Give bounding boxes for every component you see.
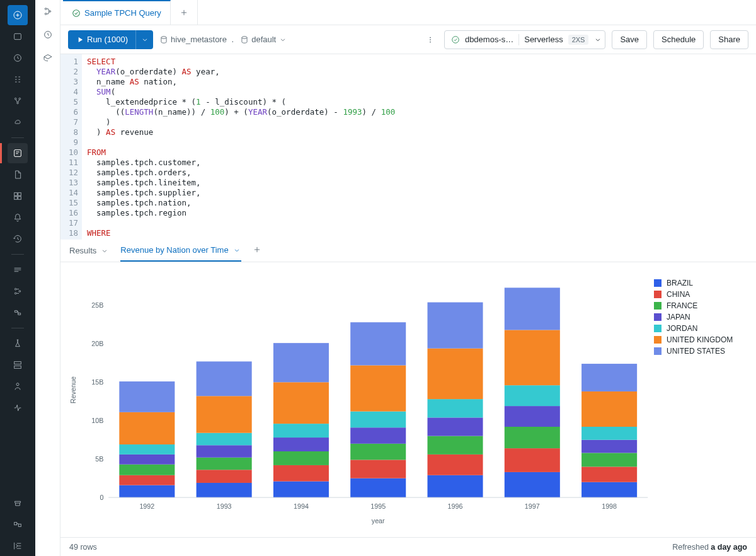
delta-icon[interactable] [8, 281, 28, 301]
legend-item[interactable]: JAPAN [654, 311, 748, 323]
svg-rect-70 [427, 455, 483, 475]
legend-label: JORDAN [667, 324, 697, 333]
svg-rect-79 [505, 427, 560, 448]
svg-text:1993: 1993 [217, 502, 232, 510]
svg-point-28 [430, 41, 431, 42]
legend-swatch [654, 302, 662, 310]
editor-tabs: Sample TPCH Query [60, 0, 756, 25]
svg-rect-46 [197, 470, 252, 483]
svg-rect-61 [350, 478, 406, 497]
svg-rect-83 [505, 287, 560, 330]
past-runs-icon[interactable] [43, 30, 53, 42]
run-dropdown[interactable] [135, 30, 153, 49]
legend-label: JAPAN [667, 313, 690, 321]
tab-results[interactable]: Results [69, 240, 109, 262]
chevron-down-icon [278, 35, 287, 44]
chevron-down-icon [593, 35, 602, 44]
legend-item[interactable]: BRAZIL [654, 277, 748, 289]
svg-rect-77 [505, 472, 560, 497]
sql-editor[interactable]: 123456789101112131415161718 SELECT YEAR(… [60, 54, 756, 240]
catalog-selector[interactable]: hive_metastore . [159, 35, 234, 44]
legend-item[interactable]: UNITED STATES [654, 345, 748, 357]
legend-label: UNITED KINGDOM [667, 335, 733, 344]
svg-rect-72 [427, 417, 483, 436]
legend-swatch [654, 336, 662, 344]
queries-icon[interactable] [8, 165, 28, 185]
legend-item[interactable]: CHINA [654, 289, 748, 300]
workflows-icon[interactable] [8, 91, 28, 111]
svg-text:1992: 1992 [139, 502, 154, 510]
schema-selector[interactable]: default [240, 35, 287, 44]
svg-rect-1 [14, 33, 21, 39]
schedule-button[interactable]: Schedule [653, 30, 704, 49]
code-body[interactable]: SELECT YEAR(o_orderdate) AS year, n_name… [82, 54, 400, 240]
marketplace-icon[interactable] [8, 493, 28, 513]
alerts-icon[interactable] [8, 207, 28, 228]
legend-label: FRANCE [667, 301, 697, 310]
menu-collapse-icon[interactable] [8, 536, 28, 556]
more-menu[interactable] [423, 30, 438, 49]
features-icon[interactable] [8, 355, 28, 375]
legend-swatch [654, 279, 662, 287]
pipeline-icon[interactable] [8, 303, 28, 323]
svg-rect-43 [119, 381, 175, 412]
share-button[interactable]: Share [710, 30, 748, 49]
svg-point-26 [430, 37, 431, 38]
svg-rect-89 [581, 427, 637, 440]
svg-point-3 [14, 98, 16, 100]
svg-point-11 [14, 288, 16, 290]
svg-rect-9 [14, 197, 18, 200]
new-button[interactable] [8, 5, 28, 25]
chevron-down-icon [232, 246, 241, 255]
workspace-icon[interactable] [8, 26, 28, 47]
legend-item[interactable]: JORDAN [654, 323, 748, 334]
tab-visualization[interactable]: Revenue by Nation over Time [120, 240, 241, 262]
svg-rect-6 [14, 150, 21, 157]
legend-swatch [654, 313, 662, 321]
add-visualization-button[interactable] [253, 245, 261, 256]
svg-point-21 [49, 11, 51, 13]
svg-text:1994: 1994 [294, 502, 309, 510]
schema-browser-icon[interactable] [43, 6, 53, 18]
learn-icon[interactable] [43, 53, 53, 65]
chart-legend: BRAZILCHINAFRANCEJAPANJORDANUNITED KINGD… [654, 272, 748, 532]
recents-icon[interactable] [8, 48, 28, 68]
tab-add-button[interactable] [171, 0, 198, 25]
data-icon[interactable] [8, 69, 28, 90]
check-circle-icon [451, 35, 460, 44]
compute-icon[interactable] [8, 112, 28, 132]
legend-item[interactable]: UNITED KINGDOM [654, 334, 748, 345]
tab-sample-query[interactable]: Sample TPCH Query [63, 0, 171, 25]
svg-rect-80 [505, 406, 560, 427]
result-footer: 49 rows Refreshed a day ago [60, 537, 756, 556]
svg-rect-87 [581, 453, 637, 466]
ingestion-icon[interactable] [8, 260, 28, 280]
run-button[interactable]: Run (1000) [68, 30, 135, 49]
svg-text:1997: 1997 [525, 502, 540, 510]
models-icon[interactable] [8, 376, 28, 397]
svg-rect-90 [581, 391, 637, 427]
svg-rect-8 [18, 193, 21, 196]
run-label: Run (1000) [87, 35, 128, 44]
partner-icon[interactable] [8, 514, 28, 535]
svg-text:15B: 15B [91, 378, 103, 386]
svg-rect-55 [273, 451, 329, 465]
svg-rect-37 [119, 485, 175, 498]
svg-rect-64 [350, 427, 406, 444]
svg-rect-67 [350, 322, 406, 365]
save-button[interactable]: Save [612, 30, 647, 49]
legend-label: CHINA [667, 290, 690, 299]
svg-text:0: 0 [100, 494, 103, 501]
svg-text:year: year [372, 517, 385, 524]
legend-item[interactable]: FRANCE [654, 300, 748, 311]
svg-text:Revenue: Revenue [69, 376, 77, 403]
experiments-icon[interactable] [8, 333, 28, 354]
svg-point-13 [14, 292, 16, 294]
svg-rect-75 [427, 303, 483, 349]
dashboards-icon[interactable] [8, 186, 28, 206]
history-icon[interactable] [8, 229, 28, 249]
cluster-selector[interactable]: dbdemos-s… Serverless 2XS [444, 30, 606, 49]
svg-rect-91 [581, 364, 637, 391]
serving-icon[interactable] [8, 398, 28, 418]
sql-editor-icon[interactable] [8, 143, 28, 163]
